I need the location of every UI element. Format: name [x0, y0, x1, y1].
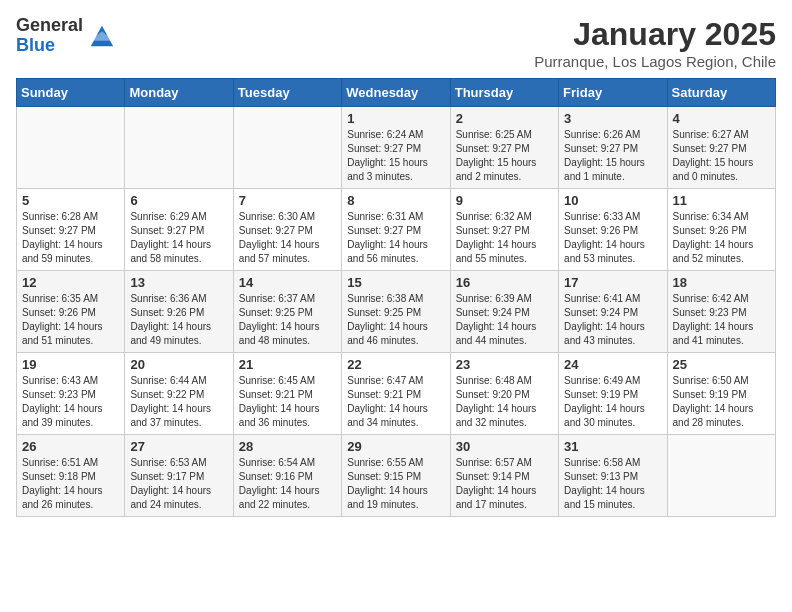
calendar-day-30: 30Sunrise: 6:57 AMSunset: 9:14 PMDayligh…	[450, 435, 558, 517]
day-number: 24	[564, 357, 661, 372]
calendar-day-8: 8Sunrise: 6:31 AMSunset: 9:27 PMDaylight…	[342, 189, 450, 271]
calendar-week-row: 19Sunrise: 6:43 AMSunset: 9:23 PMDayligh…	[17, 353, 776, 435]
calendar-day-18: 18Sunrise: 6:42 AMSunset: 9:23 PMDayligh…	[667, 271, 775, 353]
day-info: Sunrise: 6:43 AMSunset: 9:23 PMDaylight:…	[22, 374, 119, 430]
day-number: 29	[347, 439, 444, 454]
calendar-day-24: 24Sunrise: 6:49 AMSunset: 9:19 PMDayligh…	[559, 353, 667, 435]
day-number: 18	[673, 275, 770, 290]
day-info: Sunrise: 6:38 AMSunset: 9:25 PMDaylight:…	[347, 292, 444, 348]
column-header-friday: Friday	[559, 79, 667, 107]
day-number: 31	[564, 439, 661, 454]
calendar-day-4: 4Sunrise: 6:27 AMSunset: 9:27 PMDaylight…	[667, 107, 775, 189]
calendar-day-11: 11Sunrise: 6:34 AMSunset: 9:26 PMDayligh…	[667, 189, 775, 271]
day-info: Sunrise: 6:49 AMSunset: 9:19 PMDaylight:…	[564, 374, 661, 430]
day-number: 15	[347, 275, 444, 290]
empty-day	[667, 435, 775, 517]
day-info: Sunrise: 6:34 AMSunset: 9:26 PMDaylight:…	[673, 210, 770, 266]
day-info: Sunrise: 6:44 AMSunset: 9:22 PMDaylight:…	[130, 374, 227, 430]
day-number: 6	[130, 193, 227, 208]
day-number: 11	[673, 193, 770, 208]
logo-general-text: General	[16, 16, 83, 36]
day-number: 22	[347, 357, 444, 372]
day-info: Sunrise: 6:24 AMSunset: 9:27 PMDaylight:…	[347, 128, 444, 184]
calendar-week-row: 1Sunrise: 6:24 AMSunset: 9:27 PMDaylight…	[17, 107, 776, 189]
day-info: Sunrise: 6:36 AMSunset: 9:26 PMDaylight:…	[130, 292, 227, 348]
logo: General Blue	[16, 16, 115, 56]
day-info: Sunrise: 6:51 AMSunset: 9:18 PMDaylight:…	[22, 456, 119, 512]
calendar-day-17: 17Sunrise: 6:41 AMSunset: 9:24 PMDayligh…	[559, 271, 667, 353]
day-number: 9	[456, 193, 553, 208]
calendar-week-row: 26Sunrise: 6:51 AMSunset: 9:18 PMDayligh…	[17, 435, 776, 517]
calendar-day-3: 3Sunrise: 6:26 AMSunset: 9:27 PMDaylight…	[559, 107, 667, 189]
day-number: 28	[239, 439, 336, 454]
day-number: 16	[456, 275, 553, 290]
calendar-day-26: 26Sunrise: 6:51 AMSunset: 9:18 PMDayligh…	[17, 435, 125, 517]
day-info: Sunrise: 6:54 AMSunset: 9:16 PMDaylight:…	[239, 456, 336, 512]
day-info: Sunrise: 6:32 AMSunset: 9:27 PMDaylight:…	[456, 210, 553, 266]
calendar-day-22: 22Sunrise: 6:47 AMSunset: 9:21 PMDayligh…	[342, 353, 450, 435]
calendar-day-14: 14Sunrise: 6:37 AMSunset: 9:25 PMDayligh…	[233, 271, 341, 353]
day-number: 3	[564, 111, 661, 126]
day-number: 8	[347, 193, 444, 208]
day-info: Sunrise: 6:57 AMSunset: 9:14 PMDaylight:…	[456, 456, 553, 512]
calendar-day-27: 27Sunrise: 6:53 AMSunset: 9:17 PMDayligh…	[125, 435, 233, 517]
day-number: 17	[564, 275, 661, 290]
page-header: General Blue January 2025 Purranque, Los…	[16, 16, 776, 70]
calendar-week-row: 5Sunrise: 6:28 AMSunset: 9:27 PMDaylight…	[17, 189, 776, 271]
day-info: Sunrise: 6:55 AMSunset: 9:15 PMDaylight:…	[347, 456, 444, 512]
empty-day	[233, 107, 341, 189]
calendar-day-16: 16Sunrise: 6:39 AMSunset: 9:24 PMDayligh…	[450, 271, 558, 353]
day-info: Sunrise: 6:53 AMSunset: 9:17 PMDaylight:…	[130, 456, 227, 512]
day-info: Sunrise: 6:42 AMSunset: 9:23 PMDaylight:…	[673, 292, 770, 348]
empty-day	[125, 107, 233, 189]
calendar-day-25: 25Sunrise: 6:50 AMSunset: 9:19 PMDayligh…	[667, 353, 775, 435]
calendar-day-10: 10Sunrise: 6:33 AMSunset: 9:26 PMDayligh…	[559, 189, 667, 271]
column-header-saturday: Saturday	[667, 79, 775, 107]
column-header-monday: Monday	[125, 79, 233, 107]
day-number: 13	[130, 275, 227, 290]
day-number: 21	[239, 357, 336, 372]
day-info: Sunrise: 6:25 AMSunset: 9:27 PMDaylight:…	[456, 128, 553, 184]
empty-day	[17, 107, 125, 189]
calendar-day-2: 2Sunrise: 6:25 AMSunset: 9:27 PMDaylight…	[450, 107, 558, 189]
day-number: 19	[22, 357, 119, 372]
day-info: Sunrise: 6:29 AMSunset: 9:27 PMDaylight:…	[130, 210, 227, 266]
column-header-sunday: Sunday	[17, 79, 125, 107]
calendar-day-12: 12Sunrise: 6:35 AMSunset: 9:26 PMDayligh…	[17, 271, 125, 353]
day-info: Sunrise: 6:48 AMSunset: 9:20 PMDaylight:…	[456, 374, 553, 430]
calendar-week-row: 12Sunrise: 6:35 AMSunset: 9:26 PMDayligh…	[17, 271, 776, 353]
day-number: 26	[22, 439, 119, 454]
day-info: Sunrise: 6:50 AMSunset: 9:19 PMDaylight:…	[673, 374, 770, 430]
day-info: Sunrise: 6:58 AMSunset: 9:13 PMDaylight:…	[564, 456, 661, 512]
day-number: 12	[22, 275, 119, 290]
day-number: 4	[673, 111, 770, 126]
day-number: 10	[564, 193, 661, 208]
location-subtitle: Purranque, Los Lagos Region, Chile	[534, 53, 776, 70]
day-number: 14	[239, 275, 336, 290]
day-number: 2	[456, 111, 553, 126]
day-info: Sunrise: 6:45 AMSunset: 9:21 PMDaylight:…	[239, 374, 336, 430]
day-info: Sunrise: 6:31 AMSunset: 9:27 PMDaylight:…	[347, 210, 444, 266]
logo-blue-text: Blue	[16, 36, 83, 56]
calendar-day-13: 13Sunrise: 6:36 AMSunset: 9:26 PMDayligh…	[125, 271, 233, 353]
calendar-table: SundayMondayTuesdayWednesdayThursdayFrid…	[16, 78, 776, 517]
calendar-day-20: 20Sunrise: 6:44 AMSunset: 9:22 PMDayligh…	[125, 353, 233, 435]
calendar-day-1: 1Sunrise: 6:24 AMSunset: 9:27 PMDaylight…	[342, 107, 450, 189]
day-number: 7	[239, 193, 336, 208]
logo-icon	[87, 22, 115, 50]
calendar-day-28: 28Sunrise: 6:54 AMSunset: 9:16 PMDayligh…	[233, 435, 341, 517]
day-info: Sunrise: 6:33 AMSunset: 9:26 PMDaylight:…	[564, 210, 661, 266]
calendar-day-19: 19Sunrise: 6:43 AMSunset: 9:23 PMDayligh…	[17, 353, 125, 435]
day-info: Sunrise: 6:41 AMSunset: 9:24 PMDaylight:…	[564, 292, 661, 348]
day-number: 30	[456, 439, 553, 454]
day-info: Sunrise: 6:30 AMSunset: 9:27 PMDaylight:…	[239, 210, 336, 266]
month-title: January 2025	[534, 16, 776, 53]
day-number: 25	[673, 357, 770, 372]
column-header-thursday: Thursday	[450, 79, 558, 107]
day-number: 5	[22, 193, 119, 208]
title-block: January 2025 Purranque, Los Lagos Region…	[534, 16, 776, 70]
day-info: Sunrise: 6:37 AMSunset: 9:25 PMDaylight:…	[239, 292, 336, 348]
day-number: 20	[130, 357, 227, 372]
day-number: 23	[456, 357, 553, 372]
calendar-day-23: 23Sunrise: 6:48 AMSunset: 9:20 PMDayligh…	[450, 353, 558, 435]
